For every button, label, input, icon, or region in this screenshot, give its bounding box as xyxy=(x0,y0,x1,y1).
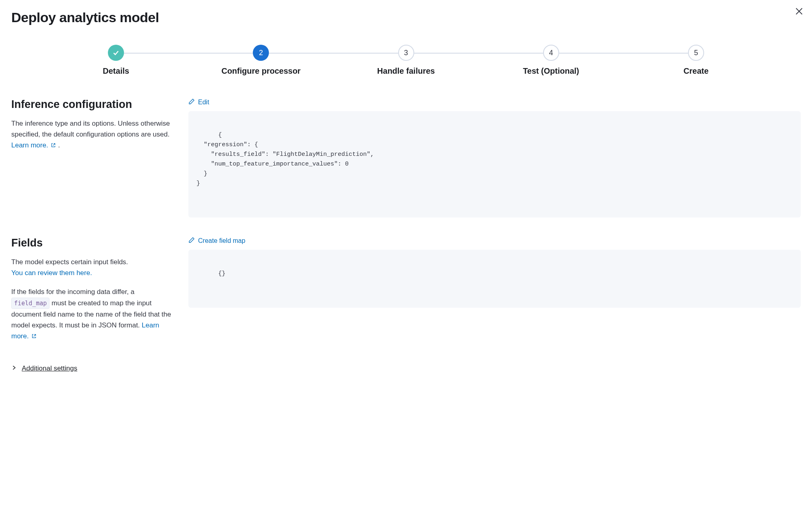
external-link-icon xyxy=(51,140,56,151)
field-map-code-tag: field_map xyxy=(11,298,50,309)
create-field-map-button[interactable]: Create field map xyxy=(188,237,245,245)
step-label: Configure processor xyxy=(221,66,301,76)
fields-desc-2: If the fields for the incoming data diff… xyxy=(11,286,172,342)
close-button[interactable] xyxy=(794,6,804,16)
fields-desc-1: The model expects certain input fields. … xyxy=(11,257,172,278)
review-fields-link[interactable]: You can review them here. xyxy=(11,269,92,277)
fields-code-block: {} xyxy=(188,250,801,308)
step-test[interactable]: 4 Test (Optional) xyxy=(479,45,624,76)
step-details[interactable]: Details xyxy=(43,45,188,76)
copy-button[interactable] xyxy=(785,118,794,127)
step-create[interactable]: 5 Create xyxy=(624,45,769,76)
additional-settings-label: Additional settings xyxy=(22,364,77,373)
step-label: Details xyxy=(103,66,129,76)
pencil-icon xyxy=(188,98,195,106)
page-title: Deploy analytics model xyxy=(11,10,801,25)
copy-button[interactable] xyxy=(785,270,794,280)
additional-settings-toggle[interactable]: Additional settings xyxy=(11,364,77,373)
fullscreen-button[interactable] xyxy=(785,256,794,266)
inference-code-block: { "regression": { "results_field": "Flig… xyxy=(188,111,801,217)
step-handle-failures[interactable]: 3 Handle failures xyxy=(333,45,478,76)
step-label: Create xyxy=(684,66,709,76)
external-link-icon xyxy=(31,331,37,342)
fields-section: Fields The model expects certain input f… xyxy=(11,237,801,342)
pencil-icon xyxy=(188,237,195,245)
inference-section: Inference configuration The inference ty… xyxy=(11,98,801,217)
step-circle-upcoming: 5 xyxy=(688,45,704,61)
svg-line-7 xyxy=(34,334,36,336)
step-label: Test (Optional) xyxy=(523,66,579,76)
step-label: Handle failures xyxy=(377,66,435,76)
step-circle-upcoming: 4 xyxy=(543,45,559,61)
inference-desc: The inference type and its options. Unle… xyxy=(11,118,172,151)
inference-title: Inference configuration xyxy=(11,98,172,111)
stepper: Details 2 Configure processor 3 Handle f… xyxy=(43,45,769,76)
chevron-right-icon xyxy=(11,365,17,372)
svg-line-2 xyxy=(53,144,55,146)
fields-title: Fields xyxy=(11,237,172,249)
inference-learn-more-link[interactable]: Learn more. xyxy=(11,141,56,149)
step-configure-processor[interactable]: 2 Configure processor xyxy=(188,45,333,76)
edit-inference-button[interactable]: Edit xyxy=(188,98,209,106)
step-circle-complete xyxy=(108,45,124,61)
step-circle-current: 2 xyxy=(253,45,269,61)
step-circle-upcoming: 3 xyxy=(398,45,414,61)
